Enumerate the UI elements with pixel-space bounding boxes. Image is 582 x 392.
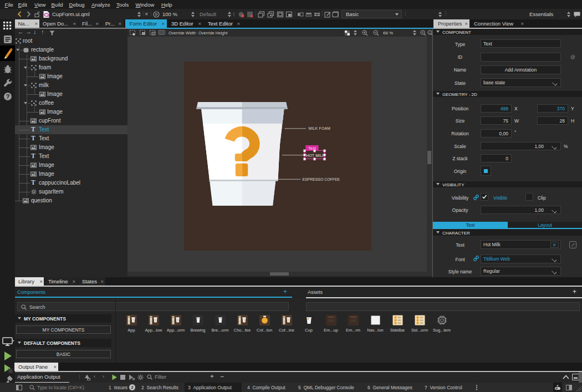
- svg-text:?: ?: [177, 319, 179, 322]
- svg-text:?: ?: [288, 319, 290, 322]
- svg-text:?: ?: [132, 319, 135, 322]
- svg-text:MILK FOAM: MILK FOAM: [309, 126, 331, 130]
- svg-text:ESPRESSO COFFEE: ESPRESSO COFFEE: [302, 177, 340, 181]
- svg-text:?: ?: [6, 93, 10, 100]
- svg-text:HOT MILK: HOT MILK: [306, 154, 325, 157]
- svg-text:?: ?: [155, 319, 157, 322]
- svg-text:?: ?: [243, 319, 246, 322]
- svg-text:1: 1: [429, 31, 431, 34]
